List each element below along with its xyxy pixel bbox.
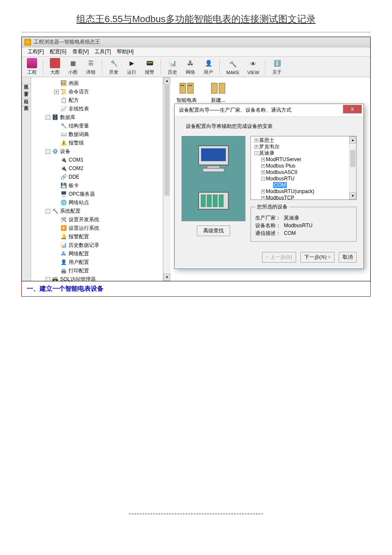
tree-toggle-icon[interactable]: + [261,190,265,194]
tb-project[interactable]: 工程 [23,57,40,76]
tree-item[interactable]: 👤用户配置 [31,258,163,266]
tree-item[interactable]: -⚙️设备 [31,147,163,156]
tree-item[interactable]: 🖼️画面 [31,79,163,87]
device-meter-icon[interactable]: 智能电表 [176,81,197,104]
tree-node-icon: 📈 [60,105,67,112]
tree-item[interactable]: 🔌COM1 [31,156,163,164]
tree-toggle-icon[interactable]: + [254,145,258,149]
new-device-icon[interactable]: 新建... [210,81,227,104]
tb-history[interactable]: 📊历史 [164,57,181,76]
tree-toggle-icon[interactable]: - [46,149,50,154]
tree-item[interactable]: -🗄️数据库 [31,113,163,121]
device-tree-item[interactable]: -ModbusRTU [252,176,348,182]
cancel-button[interactable]: 取消 [339,252,357,263]
tree-item[interactable]: ▶️设置运行系统 [31,224,163,232]
tree-item[interactable]: 🔧结构变量 [31,121,163,130]
menu-config[interactable]: 配置[S] [47,47,69,56]
scroll-up-icon[interactable]: ▲ [349,136,356,144]
device-tree-item[interactable]: +罗克韦尔 [252,144,348,150]
tree-toggle-icon[interactable]: + [261,158,265,162]
tb-small-icons[interactable]: ▦小图 [64,57,81,76]
tree-item[interactable]: 🖨️打印配置 [31,266,163,275]
scroll-thumb[interactable] [164,85,170,196]
tree-item[interactable]: 🖧网络配置 [31,249,163,258]
tb-network[interactable]: 🖧网络 [182,57,199,76]
tree-label: COM2 [69,165,84,171]
tree-toggle-icon[interactable]: + [261,196,265,200]
divider [21,32,371,32]
menu-view[interactable]: 查看[V] [70,47,92,56]
device-tree-item[interactable]: +ModbusTCP [252,195,348,200]
svg-rect-16 [219,195,223,207]
tree-item[interactable]: 🔌COM2 [31,164,163,173]
tb-details[interactable]: ☰详细 [82,57,99,76]
tb-about[interactable]: ℹ️关于 [268,57,285,76]
advanced-search-button[interactable]: 高级查找 [197,225,230,236]
device-tree-item[interactable]: +ModRTUServer [252,156,348,163]
scroll-down-icon[interactable]: ▼ [349,192,356,199]
device-tree[interactable]: +基恩士+罗克韦尔-莫迪康+ModRTUServer+Modbus Plus+M… [251,136,357,200]
device-tree-item[interactable]: -莫迪康 [252,150,348,156]
tb-large-icons[interactable]: 大图 [46,57,63,76]
tb-make[interactable]: 🔨MAKE [223,58,243,76]
tree-item[interactable]: -🗃️SQL访问管理器 [31,275,163,281]
device-tree-item[interactable]: COM [252,182,348,188]
tb-user[interactable]: 👤用户 [200,57,217,76]
tree-item[interactable]: 📊历史数据记录 [31,241,163,249]
tree-toggle-icon[interactable]: - [46,115,50,120]
tree-toggle-icon[interactable]: - [261,177,265,181]
menu-help[interactable]: 帮助[H] [114,47,136,56]
vtab-site[interactable]: 站点 [22,92,31,99]
device-tree-item[interactable]: +ModbusRTU(unpack) [252,188,348,195]
tree-label: 设备 [60,148,70,155]
tree-scrollbar[interactable]: ▲ ▼ [163,77,170,281]
tree-item[interactable]: +📜命令语言 [31,87,163,96]
tb-run[interactable]: ▶运行 [123,57,140,76]
menu-project[interactable]: 工程[F] [25,47,46,56]
tree-toggle-icon[interactable]: + [254,139,258,142]
footer-divider: ----------------------------------------… [0,510,392,517]
devname-value: ModbusRTU [284,223,312,228]
vtab-screen[interactable]: 画面 [22,99,31,106]
tree-toggle-icon[interactable]: + [261,171,265,174]
tree-item[interactable]: 💾板卡 [31,181,163,190]
tree-toggle-icon[interactable]: - [254,151,258,155]
tree-item[interactable]: 🖥️OPC服务器 [31,190,163,198]
device-tree-item[interactable]: +基恩士 [252,137,348,144]
tree-item[interactable]: 🌐网络站点 [31,198,163,207]
tree-item[interactable]: ⚠️报警组 [31,139,163,147]
tree-item[interactable]: 🔗DDE [31,173,163,181]
device-tree-item[interactable]: +Modbus Plus [252,163,348,169]
vtab-variable[interactable]: 变量 [22,84,31,92]
scroll-up-icon[interactable]: ▲ [164,77,170,84]
scroll-thumb[interactable] [350,150,355,167]
tb-view[interactable]: 👁VIEW [244,58,262,76]
tree-item[interactable]: 🔔报警配置 [31,232,163,241]
tree-toggle-icon[interactable]: - [46,277,50,281]
tree-item[interactable]: -🔨系统配置 [31,207,163,215]
vtab-system[interactable]: 系统 [22,77,31,84]
next-button[interactable]: 下一步(N) > [300,252,334,263]
tree-node-icon: 📖 [60,131,67,138]
close-button[interactable]: X [343,105,362,113]
device-tree-scrollbar[interactable]: ▲ ▼ [349,136,356,199]
dialog-titlebar[interactable]: 设备配置向导——生产厂家、设备名称、通讯方式 X [175,104,363,117]
menu-tools[interactable]: 工具[T] [92,47,113,56]
tree-toggle-icon[interactable]: - [46,209,50,214]
tree-toggle-icon[interactable]: + [54,90,59,94]
tree-node-icon: 🗄️ [52,114,58,121]
tree-item[interactable]: 📈非线性表 [31,104,163,113]
selected-node: COM [273,182,287,188]
device-tree-item[interactable]: +ModbusASCII [252,169,348,176]
tree-toggle-icon[interactable]: + [261,164,265,168]
tree-item[interactable]: 📋配方 [31,96,163,104]
screenshot: 工程浏览器---智能电表组态王 工程[F] 配置[S] 查看[V] 工具[T] … [21,37,371,281]
tree-panel[interactable]: 🖼️画面+📜命令语言📋配方📈非线性表-🗄️数据库🔧结构变量📖数据词典⚠️报警组-… [31,77,163,281]
tree-item[interactable]: 🛠️设置开发系统 [31,215,163,224]
svg-rect-14 [207,195,211,207]
tb-alarm[interactable]: 📟报警 [141,57,158,76]
tree-label: 打印配置 [69,267,89,275]
tree-item[interactable]: 📖数据词典 [31,130,163,139]
tb-develop[interactable]: 🔧开发 [105,57,122,76]
scroll-down-icon[interactable]: ▼ [164,274,170,281]
